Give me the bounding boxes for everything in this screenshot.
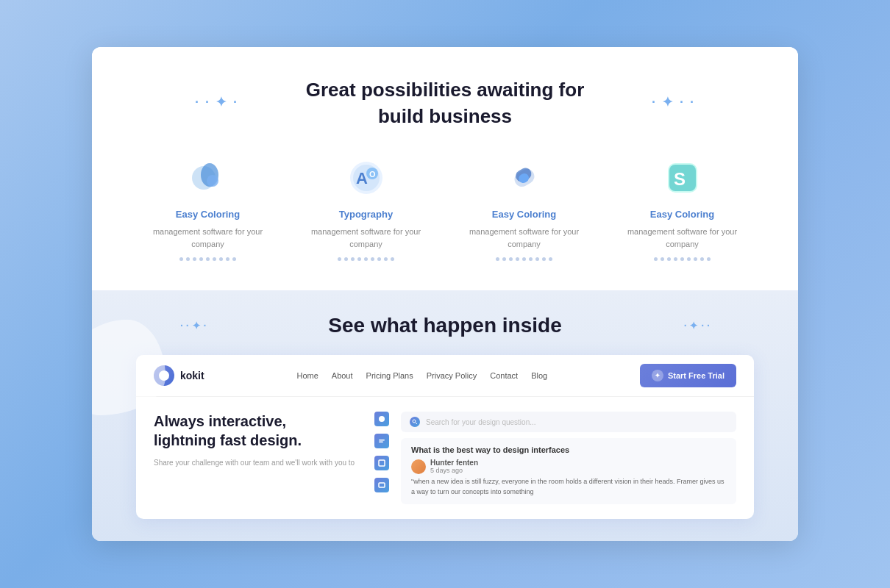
typography-icon: A O — [344, 156, 388, 200]
nav-link-privacy[interactable]: Privacy Policy — [427, 371, 477, 380]
feature-3-title: Easy Coloring — [492, 209, 556, 220]
svg-rect-18 — [379, 483, 385, 487]
feature-card-3: Easy Coloring management software for yo… — [452, 156, 596, 261]
feature-3-desc: management software for your company — [460, 226, 588, 250]
chat-area: What is the best way to design interface… — [401, 438, 736, 504]
feature-4-desc: management software for your company — [618, 226, 747, 250]
top-section: · · ✦ · Great possibilities awaiting for… — [92, 47, 798, 291]
title-decorator-right: · ✦ · · — [652, 93, 695, 112]
svg-rect-16 — [379, 442, 383, 443]
chat-question: What is the best way to design interface… — [411, 445, 726, 454]
nav-link-pricing[interactable]: Pricing Plans — [366, 371, 413, 380]
chat-user-info: Hunter fenten 5 days ago — [430, 459, 478, 474]
sidebar-icons — [374, 412, 389, 504]
app-right: Search for your design question... What … — [401, 412, 736, 504]
app-left: Always interactive, lightning fast desig… — [154, 412, 360, 504]
features-grid: Easy Coloring management software for yo… — [136, 156, 754, 261]
sidebar-icon-1[interactable] — [374, 412, 389, 426]
app-nav: kokit Home About Pricing Plans Privacy P… — [136, 355, 754, 397]
feature-4-dots — [654, 257, 711, 261]
sidebar-icon-3[interactable] — [374, 456, 389, 470]
svg-rect-15 — [379, 440, 385, 441]
feature-card-4: S Easy Coloring management software for … — [610, 156, 754, 261]
chat-user-time: 5 days ago — [430, 467, 478, 474]
feature-card-1: Easy Coloring management software for yo… — [136, 156, 280, 261]
search-bar[interactable]: Search for your design question... — [401, 412, 736, 432]
nav-link-blog[interactable]: Blog — [531, 371, 547, 380]
svg-point-2 — [207, 175, 218, 187]
currency-icon: S — [661, 156, 705, 200]
feature-2-desc: management software for your company — [302, 226, 430, 250]
sidebar-icon-4[interactable] — [374, 478, 389, 492]
app-logo-text: kokit — [180, 370, 204, 381]
coloring2-icon — [502, 156, 547, 200]
coloring-icon — [186, 156, 230, 200]
feature-2-title: Typography — [339, 209, 393, 220]
app-hero-title: Always interactive, lightning fast desig… — [154, 412, 360, 450]
feature-4-title: Easy Coloring — [650, 209, 714, 220]
search-placeholder: Search for your design question... — [426, 418, 536, 426]
feature-1-title: Easy Coloring — [176, 209, 240, 220]
sidebar-icon-2[interactable] — [374, 434, 389, 448]
nav-link-contact[interactable]: Contact — [490, 371, 518, 380]
app-hero-desc: Share your challenge with our team and w… — [154, 457, 360, 468]
bottom-title: · · ✦ · See what happen inside · ✦ · · — [136, 314, 754, 337]
chat-avatar — [411, 459, 426, 474]
nav-link-home[interactable]: Home — [296, 371, 318, 380]
app-right-area: Search for your design question... What … — [374, 412, 736, 504]
svg-text:O: O — [369, 170, 376, 179]
feature-3-dots — [496, 257, 552, 261]
main-card: · · ✦ · Great possibilities awaiting for… — [92, 47, 798, 542]
app-nav-links: Home About Pricing Plans Privacy Policy … — [296, 371, 547, 380]
section-title: · · ✦ · Great possibilities awaiting for… — [136, 76, 754, 130]
start-free-trial-button[interactable]: ✦ Start Free Trial — [640, 364, 736, 387]
svg-line-20 — [416, 423, 417, 424]
bottom-decorator-right: · ✦ · · — [684, 320, 710, 331]
feature-card-2: A O Typography management software for y… — [294, 156, 438, 261]
bottom-decorator-left: · · ✦ · — [180, 320, 206, 331]
app-preview: kokit Home About Pricing Plans Privacy P… — [136, 355, 754, 519]
nav-link-about[interactable]: About — [332, 371, 353, 380]
svg-rect-17 — [379, 460, 385, 466]
search-icon — [410, 417, 420, 427]
svg-point-14 — [379, 416, 385, 422]
chat-user-row: Hunter fenten 5 days ago — [411, 459, 726, 474]
feature-2-dots — [338, 257, 394, 261]
chat-user-name: Hunter fenten — [430, 459, 478, 467]
feature-1-desc: management software for your company — [143, 226, 272, 250]
title-decorator-left: · · ✦ · — [195, 93, 238, 112]
svg-point-19 — [413, 420, 416, 423]
feature-1-dots — [179, 257, 236, 261]
app-body: Always interactive, lightning fast desig… — [136, 397, 754, 519]
svg-text:A: A — [356, 169, 368, 187]
svg-text:S: S — [674, 169, 686, 189]
chat-message: "when a new idea is still fuzzy, everyon… — [411, 477, 726, 497]
bottom-section: · · ✦ · See what happen inside · ✦ · · k… — [92, 290, 798, 541]
cta-icon: ✦ — [652, 370, 663, 381]
